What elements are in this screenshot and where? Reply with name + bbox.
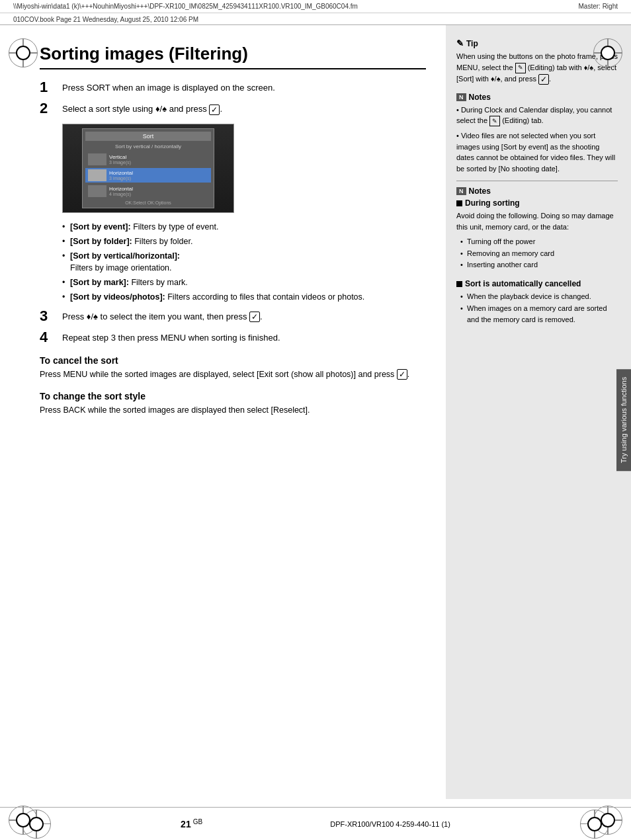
page-number-container: 21 GB xyxy=(181,818,202,829)
page-title: Sorting images (Filtering) xyxy=(40,44,426,69)
screenshot-item-1-sublabel: 3 image(s) xyxy=(109,160,131,165)
bullet-term-1: [Sort by event]: xyxy=(70,222,131,231)
notes-2-title: N Notes xyxy=(456,187,618,196)
change-sort-text: Press BACK while the sorted images are d… xyxy=(40,404,426,417)
screenshot-item-3-sublabel: 4 image(s) xyxy=(109,192,133,196)
enter-icon-cancel: ✓ xyxy=(397,369,407,380)
file-path: \\Miyoshi-win\data1 (k)\+++NouhinMiyoshi… xyxy=(13,3,358,10)
page-number: 21 xyxy=(181,819,191,829)
notes-section-2: N Notes During sorting Avoid doing the f… xyxy=(456,181,618,326)
top-header: \\Miyoshi-win\data1 (k)\+++NouhinMiyoshi… xyxy=(0,0,631,13)
step-3: 3 Press ♦/♠ to select the item you want,… xyxy=(40,309,426,323)
step-2-text: Select a sort style using ♦/♠ and press … xyxy=(62,101,222,116)
note-item-2: • Video files are not selected when you … xyxy=(456,130,618,174)
cancel-sort-heading: To cancel the sort xyxy=(40,355,426,366)
during-sorting-text: Avoid doing the following. Doing so may … xyxy=(456,210,618,232)
bullet-item-1: [Sort by event]: Filters by type of even… xyxy=(62,221,426,233)
editing-icon-note: ✎ xyxy=(489,116,500,126)
corner-decoration-tr xyxy=(591,36,624,69)
screenshot-item-3-label: Horizontal xyxy=(109,186,133,192)
notes-icon-1: N xyxy=(456,93,466,101)
bullet-term-4: [Sort by mark]: xyxy=(70,278,129,287)
bullet-list: [Sort by event]: Filters by type of even… xyxy=(62,221,426,304)
page-superscript: GB xyxy=(193,818,202,825)
change-sort-heading: To change the sort style xyxy=(40,391,426,401)
step-3-number: 3 xyxy=(40,309,56,323)
step-2: 2 Select a sort style using ♦/♠ and pres… xyxy=(40,101,426,116)
side-tab: Try using various functions xyxy=(616,369,631,471)
book-info: 010COV.book Page 21 Wednesday, August 25… xyxy=(13,16,198,23)
master-label: Master: Right xyxy=(579,3,618,10)
step-1-number: 1 xyxy=(40,80,56,95)
screenshot-item-1: Vertical 3 image(s) xyxy=(85,152,211,167)
screenshot-item-2: Horizontal 3 image(s) xyxy=(85,168,211,183)
step-1-text: Press SORT when an image is displayed on… xyxy=(62,80,275,95)
right-column: ✎ Tip When using the buttons on the phot… xyxy=(446,25,631,799)
step-1: 1 Press SORT when an image is displayed … xyxy=(40,80,426,95)
step-3-text: Press ♦/♠ to select the item you want, t… xyxy=(62,309,263,323)
step-2-number: 2 xyxy=(40,101,56,116)
cancel-sort-text: Press MENU while the sorted images are d… xyxy=(40,368,426,381)
screenshot-item-1-label: Vertical xyxy=(109,154,131,160)
notes-1-title: N Notes xyxy=(456,93,618,102)
page-header: 010COV.book Page 21 Wednesday, August 25… xyxy=(0,13,631,25)
during-sorting-heading: During sorting xyxy=(456,198,618,208)
screenshot-title: Sort xyxy=(85,132,211,141)
bullet-term-3: [Sort by vertical/horizontal]: xyxy=(70,251,180,261)
note-item-1: • During Clock and Calendar display, you… xyxy=(456,105,618,127)
screenshot-item-2-label: Horizontal xyxy=(109,170,133,176)
bullet-item-4: [Sort by mark]: Filters by mark. xyxy=(62,276,426,289)
screenshot-item-3: Horizontal 4 image(s) xyxy=(85,184,211,198)
screenshot-subtitle: Sort by vertical / horizontally xyxy=(85,144,211,149)
screenshot: Sort Sort by vertical / horizontally Ver… xyxy=(62,124,234,213)
notes-section-1: N Notes • During Clock and Calendar disp… xyxy=(456,93,618,175)
sort-cancelled-item-1: When the playback device is changed. xyxy=(460,291,618,303)
bullet-item-5: [Sort by videos/photos]: Filters accordi… xyxy=(62,291,426,304)
step-4-text: Repeat step 3 then press MENU when sorti… xyxy=(62,330,280,345)
enter-icon-step3: ✓ xyxy=(249,312,260,322)
during-sorting-item-1: Turning off the power xyxy=(460,236,618,248)
during-sorting-item-2: Removing an memory card xyxy=(460,248,618,260)
enter-icon-tip: ✓ xyxy=(538,74,549,85)
footer: 21 GB DPF-XR100/VR100 4-259-440-11 (1) xyxy=(0,807,631,840)
enter-icon-step2: ✓ xyxy=(209,105,220,115)
during-sorting-item-3: Inserting another card xyxy=(460,259,618,271)
tip-icon: ✎ xyxy=(456,38,464,48)
during-sorting-list: Turning off the power Removing an memory… xyxy=(460,236,618,271)
corner-decoration-tl xyxy=(7,36,40,69)
bullet-term-2: [Sort by folder]: xyxy=(70,237,132,246)
black-square-1 xyxy=(456,200,462,206)
black-square-2 xyxy=(456,281,462,287)
step-4-number: 4 xyxy=(40,330,56,345)
bullet-term-5: [Sort by videos/photos]: xyxy=(70,292,165,302)
screenshot-nav: OK:Select OK:Options xyxy=(85,200,211,205)
left-column: Sorting images (Filtering) 1 Press SORT … xyxy=(0,25,446,799)
main-content: Sorting images (Filtering) 1 Press SORT … xyxy=(0,25,631,799)
sort-cancelled-item-2: When images on a memory card are sorted … xyxy=(460,303,618,326)
bullet-item-2: [Sort by folder]: Filters by folder. xyxy=(62,235,426,248)
sort-cancelled-list: When the playback device is changed. Whe… xyxy=(460,291,618,326)
sort-cancelled-heading: Sort is automatically cancelled xyxy=(456,279,618,288)
product-info: DPF-XR100/VR100 4-259-440-11 (1) xyxy=(330,820,450,828)
notes-icon-2: N xyxy=(456,187,466,195)
screenshot-item-2-sublabel: 3 image(s) xyxy=(109,176,133,181)
step-4: 4 Repeat step 3 then press MENU when sor… xyxy=(40,330,426,345)
bullet-item-3: [Sort by vertical/horizontal]:Filters by… xyxy=(62,250,426,275)
editing-icon-tip: ✎ xyxy=(515,63,526,73)
